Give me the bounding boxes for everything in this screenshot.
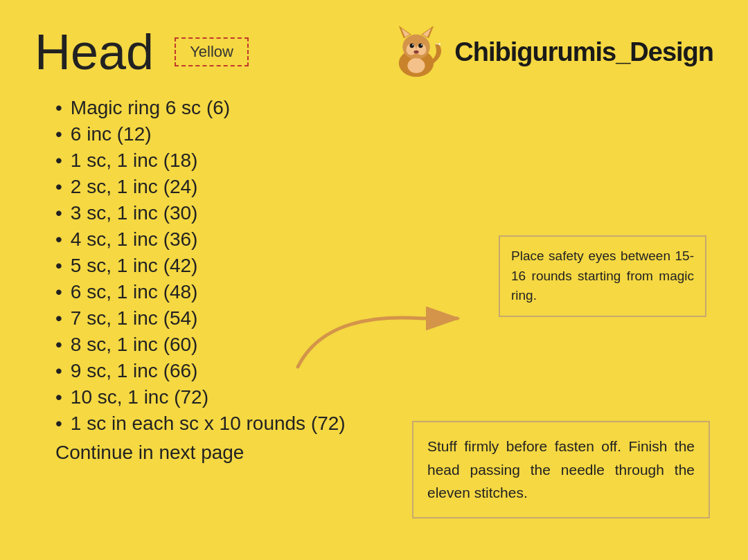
callout-stuff: Stuff firmly before fasten off. Finish t… (412, 421, 710, 518)
list-item: Magic ring 6 sc (6) (55, 97, 713, 119)
header-row: Head Yellow (35, 21, 713, 83)
fox-logo-icon (385, 21, 447, 83)
color-badge: Yellow (175, 37, 249, 66)
svg-point-11 (421, 44, 422, 46)
logo-text: Chibigurumis_Design (454, 37, 713, 67)
list-item: 9 sc, 1 inc (66) (55, 360, 713, 382)
svg-point-8 (410, 44, 414, 48)
logo-area: Chibigurumis_Design (385, 21, 713, 83)
list-item: 10 sc, 1 inc (72) (55, 386, 713, 408)
svg-point-9 (418, 44, 422, 48)
callout-eyes-text: Place safety eyes between 15-16 rounds s… (511, 249, 694, 302)
list-item: 1 sc, 1 inc (18) (55, 150, 713, 172)
list-item: 2 sc, 1 inc (24) (55, 176, 713, 198)
svg-point-12 (414, 51, 419, 54)
list-item: 8 sc, 1 inc (60) (55, 334, 713, 356)
callout-eyes: Place safety eyes between 15-16 rounds s… (499, 235, 706, 317)
callout-stuff-text: Stuff firmly before fasten off. Finish t… (427, 438, 695, 500)
svg-point-10 (412, 44, 413, 46)
page-title: Head (35, 24, 154, 80)
svg-point-1 (402, 35, 430, 60)
title-area: Head Yellow (35, 24, 249, 80)
page-container: Head Yellow (0, 0, 748, 560)
svg-point-13 (408, 58, 425, 73)
list-item: 3 sc, 1 inc (30) (55, 202, 713, 224)
list-item: 6 inc (12) (55, 123, 713, 145)
